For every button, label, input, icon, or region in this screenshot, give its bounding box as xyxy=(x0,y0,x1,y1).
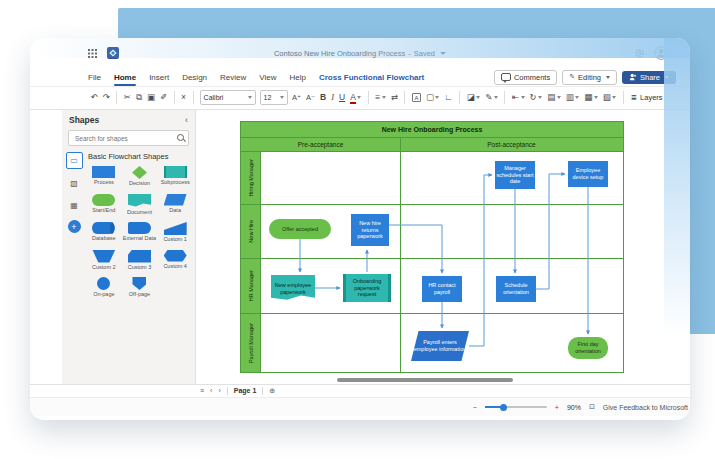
previous-page-icon[interactable]: ‹ xyxy=(210,387,212,394)
zoom-level[interactable]: 90% xyxy=(567,404,581,411)
stencil-gallery-tab[interactable]: ▧ xyxy=(67,176,82,191)
stencil-shape-custom3[interactable]: Custom 3 xyxy=(122,250,158,271)
pages-list-icon[interactable]: ≡ xyxy=(200,387,204,394)
node-offer-accepted[interactable]: Offer accepted xyxy=(269,219,331,239)
feedback-link[interactable]: Give Feedback to Microsoft xyxy=(603,404,688,411)
editing-mode-button[interactable]: ✎ Editing xyxy=(562,70,617,85)
zoom-out-button[interactable]: − xyxy=(473,404,477,411)
send-backward-button[interactable]: ▥ xyxy=(563,93,582,102)
zoom-in-button[interactable]: + xyxy=(555,404,559,411)
menu-insert[interactable]: Insert xyxy=(149,73,169,82)
account-avatar[interactable] xyxy=(654,46,668,60)
line-color-button[interactable]: ✎ xyxy=(483,93,501,102)
next-page-icon[interactable]: › xyxy=(218,387,220,394)
stencil-shape-database[interactable]: Database xyxy=(86,222,122,243)
onpage-shape-icon xyxy=(97,277,110,290)
horizontal-scrollbar[interactable] xyxy=(337,378,513,382)
fill-color-button[interactable]: ◪ xyxy=(464,93,483,102)
group-shapes-button[interactable]: ▧ xyxy=(600,93,619,102)
italic-button[interactable]: I xyxy=(329,93,337,102)
node-employee-device-setup[interactable]: Employee device setup xyxy=(568,161,608,187)
font-name-select[interactable]: Calibri xyxy=(200,90,256,105)
node-hr-contact-payroll[interactable]: HR contact payroll xyxy=(422,276,462,302)
insert-text-box-button[interactable]: A xyxy=(409,93,423,102)
shape-search-box[interactable] xyxy=(68,130,189,146)
stencil-shape-process[interactable]: Process xyxy=(86,166,122,187)
menu-help[interactable]: Help xyxy=(289,73,305,82)
zoom-slider-knob[interactable] xyxy=(500,404,507,411)
comments-button[interactable]: Comments xyxy=(494,70,557,85)
shape-search-input[interactable] xyxy=(73,134,177,143)
stencil-content: Basic Flowchart Shapes Process Decision … xyxy=(86,150,195,298)
document-title[interactable]: Contoso New Hire Onboarding Process - Sa… xyxy=(30,38,690,68)
add-stencil-button[interactable]: + xyxy=(68,220,81,233)
menu-design[interactable]: Design xyxy=(182,73,207,82)
font-color-button[interactable]: A xyxy=(348,93,364,102)
title-chevron-down-icon[interactable] xyxy=(440,52,446,55)
stencil-shape-onpage[interactable]: On-page xyxy=(86,277,122,298)
delete-button[interactable]: × xyxy=(179,93,189,102)
page-tab[interactable]: Page 1 xyxy=(234,387,257,394)
app-title-bar: Contoso New Hire Onboarding Process - Sa… xyxy=(30,38,690,68)
connector-tool-button[interactable]: ∟ xyxy=(442,93,455,102)
menu-cross-functional-flowchart[interactable]: Cross Functional Flowchart xyxy=(319,73,424,82)
connector-orientation-to-device[interactable] xyxy=(536,174,565,289)
font-size-select[interactable]: 12 xyxy=(260,90,288,105)
undo-button[interactable]: ↶ xyxy=(88,93,100,102)
zoom-slider[interactable] xyxy=(485,406,547,408)
increase-font-button[interactable]: A⁺ xyxy=(290,94,304,102)
fit-to-window-icon[interactable]: ⊡ xyxy=(589,403,595,411)
node-first-day-orientation[interactable]: First day orientation xyxy=(568,337,608,359)
connector-returns-to-hr-payroll[interactable] xyxy=(389,225,442,273)
stencil-library-tab[interactable]: ▦ xyxy=(67,198,82,213)
cross-functional-flowchart[interactable]: New Hire Onboarding Process Pre-acceptan… xyxy=(240,121,624,373)
add-page-icon[interactable]: ⊕ xyxy=(269,387,275,395)
text-direction-button[interactable]: ⇄ xyxy=(388,93,400,102)
arrange-position-button[interactable]: ⇤ xyxy=(509,93,527,102)
stencil-shape-subprocess[interactable]: Subprocess xyxy=(157,166,193,187)
node-schedule-orientation[interactable]: Schedule orientation xyxy=(496,276,536,302)
toolbar-divider xyxy=(368,91,369,104)
cut-button[interactable]: ✂ xyxy=(121,93,133,102)
node-onboarding-paperwork-request[interactable]: Onboarding paperwork request xyxy=(343,274,391,302)
stencil-shape-data[interactable]: Data xyxy=(157,194,193,216)
settings-gear-icon[interactable] xyxy=(634,48,645,59)
stencil-shape-custom4[interactable]: Custom 4 xyxy=(157,250,193,271)
stencil-shape-decision[interactable]: Decision xyxy=(122,166,158,187)
format-painter-button[interactable]: ✐ xyxy=(157,93,169,102)
underline-button[interactable]: U xyxy=(337,93,348,102)
startend-shape-icon xyxy=(92,194,115,206)
share-label: Share xyxy=(640,73,660,82)
align-shapes-button[interactable]: ▦ xyxy=(582,93,601,102)
align-text-button[interactable]: ≡ xyxy=(373,93,388,102)
stencil-shape-external-data[interactable]: External Data xyxy=(122,222,158,243)
share-button[interactable]: Share xyxy=(622,71,676,84)
paste-button[interactable]: ▣ xyxy=(144,93,157,102)
change-shape-button[interactable]: ▢ xyxy=(423,93,442,102)
menu-review[interactable]: Review xyxy=(220,73,246,82)
stencil-shape-custom1[interactable]: Custom 1 xyxy=(157,222,193,243)
stencil-shape-startend[interactable]: Start/End xyxy=(86,194,122,216)
stencil-shapes-tab[interactable]: ▭ xyxy=(66,152,83,169)
main-area: Shapes ‹ ▭ ▧ ▦ + Basic Flowchart Shapes xyxy=(30,110,690,384)
editing-label: Editing xyxy=(578,73,601,82)
stencil-shape-offpage[interactable]: Off-page xyxy=(122,277,158,298)
collapse-panel-icon[interactable]: ‹ xyxy=(185,115,188,125)
node-new-hire-returns-paperwork[interactable]: New hire returns paperwork xyxy=(351,214,389,246)
node-manager-schedules-start-date[interactable]: Manager schedules start date xyxy=(495,161,535,189)
stencil-shape-custom2[interactable]: Custom 2 xyxy=(86,250,122,271)
menu-file[interactable]: File xyxy=(88,73,101,82)
layers-button[interactable]: ≣ Layers xyxy=(631,93,663,102)
bold-button[interactable]: B xyxy=(318,93,329,102)
drawing-canvas[interactable]: New Hire Onboarding Process Pre-acceptan… xyxy=(196,110,690,384)
connector-payroll-info-to-start-date[interactable] xyxy=(469,175,492,346)
menu-home[interactable]: Home xyxy=(114,73,136,82)
copy-button[interactable]: ⧉ xyxy=(133,93,144,102)
menu-view[interactable]: View xyxy=(259,73,276,82)
redo-button[interactable]: ↷ xyxy=(100,93,112,102)
node-payroll-enters-employee-information[interactable]: Payroll enters employee information xyxy=(411,331,469,361)
rotate-shape-button[interactable]: ↻ xyxy=(527,93,545,102)
stencil-shape-document[interactable]: Document xyxy=(122,194,158,216)
decrease-font-button[interactable]: A⁻ xyxy=(304,94,318,102)
bring-forward-button[interactable]: ▤ xyxy=(545,93,564,102)
